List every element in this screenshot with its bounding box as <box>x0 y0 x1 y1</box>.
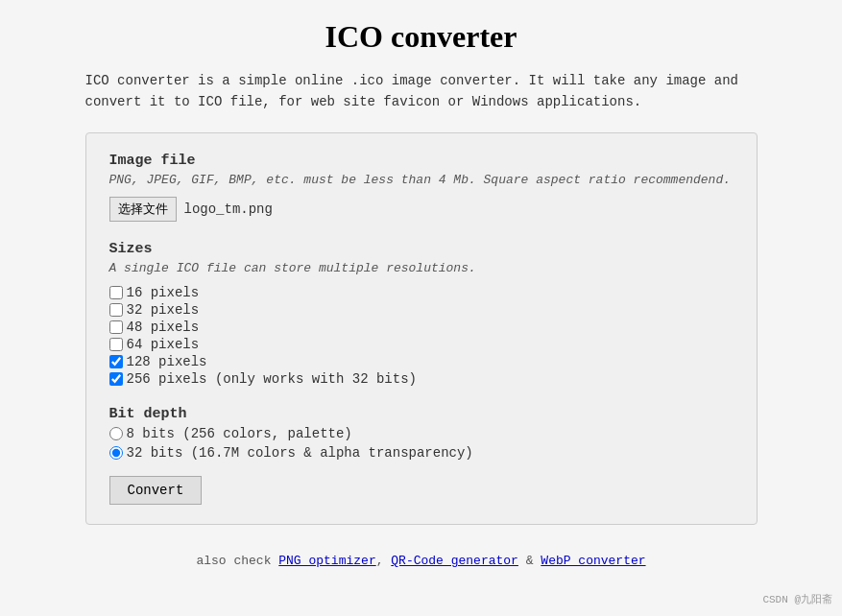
size-option-64: 64 pixels <box>109 337 734 352</box>
bit-depth-radio-8[interactable] <box>109 427 123 440</box>
size-checkbox-16[interactable] <box>109 286 123 299</box>
size-checkbox-64[interactable] <box>109 338 123 351</box>
size-label-256: 256 pixels (only works with 32 bits) <box>127 371 417 387</box>
bit-depth-title: Bit depth <box>109 406 734 422</box>
png-optimizer-link[interactable]: PNG optimizer <box>278 554 375 568</box>
size-option-32: 32 pixels <box>109 302 734 318</box>
size-label-16: 16 pixels <box>127 285 200 300</box>
bit-depth-section: Bit depth 8 bits (256 colors, palette) 3… <box>109 406 734 461</box>
file-input-area: 选择文件 logo_tm.png <box>109 197 734 222</box>
image-file-hint: PNG, JPEG, GIF, BMP, etc. must be less t… <box>109 173 734 187</box>
page-title: ICO converter <box>325 19 517 55</box>
size-checkbox-256[interactable] <box>109 372 123 386</box>
bit-depth-label-32: 32 bits (16.7M colors & alpha transparen… <box>127 445 473 461</box>
size-option-48: 48 pixels <box>109 320 734 335</box>
bit-depth-option-32: 32 bits (16.7M colors & alpha transparen… <box>109 445 734 461</box>
page-description: ICO converter is a simple online .ico im… <box>85 70 758 113</box>
size-checkbox-32[interactable] <box>109 303 123 317</box>
bit-depth-label-8: 8 bits (256 colors, palette) <box>127 426 352 441</box>
size-option-16: 16 pixels <box>109 285 734 300</box>
size-option-128: 128 pixels <box>109 354 734 369</box>
size-label-128: 128 pixels <box>127 354 207 369</box>
footer-text: also check <box>196 554 278 568</box>
main-form-box: Image file PNG, JPEG, GIF, BMP, etc. mus… <box>85 132 758 525</box>
size-checkbox-48[interactable] <box>109 320 123 334</box>
sizes-hint: A single ICO file can store multiple res… <box>109 261 734 275</box>
image-file-title: Image file <box>109 153 734 169</box>
sizes-title: Sizes <box>109 241 734 257</box>
footer-sep2: & <box>518 554 541 568</box>
bit-depth-option-8: 8 bits (256 colors, palette) <box>109 426 734 441</box>
bit-depth-radio-32[interactable] <box>109 446 123 460</box>
size-label-48: 48 pixels <box>127 320 200 335</box>
footer: also check PNG optimizer, QR-Code genera… <box>196 554 645 568</box>
size-label-32: 32 pixels <box>127 302 200 318</box>
qr-code-link[interactable]: QR-Code generator <box>391 554 518 568</box>
size-checkbox-128[interactable] <box>109 355 123 368</box>
sizes-section: Sizes A single ICO file can store multip… <box>109 241 734 387</box>
choose-file-button[interactable]: 选择文件 <box>109 197 177 222</box>
webp-converter-link[interactable]: WebP converter <box>541 554 645 568</box>
size-label-64: 64 pixels <box>127 337 200 352</box>
size-option-256: 256 pixels (only works with 32 bits) <box>109 371 734 387</box>
selected-file-name: logo_tm.png <box>184 201 273 217</box>
watermark: CSDN @九阳斋 <box>762 592 832 606</box>
footer-sep1: , <box>376 554 392 568</box>
convert-button[interactable]: Convert <box>109 476 203 505</box>
